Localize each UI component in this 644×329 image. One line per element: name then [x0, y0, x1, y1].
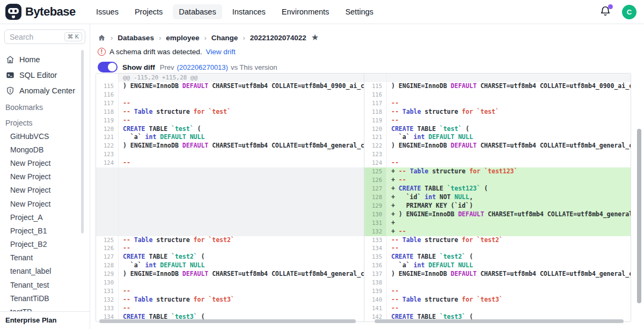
diff-code-line: [387, 279, 631, 287]
diff-line-number: 129: [364, 202, 387, 210]
diff-row: 122) ENGINE=InnoDB DEFAULT CHARSET=utf8m…: [96, 142, 631, 150]
sidebar-item-home[interactable]: Home: [0, 52, 90, 67]
breadcrumb-item[interactable]: 20221202074022: [250, 34, 306, 42]
sidebar-project-item[interactable]: New Project: [0, 197, 90, 210]
sidebar-project-item[interactable]: Project_B2: [0, 238, 90, 251]
nav-item-instances[interactable]: Instances: [226, 4, 272, 19]
diff-code-line: --: [119, 287, 364, 296]
diff-row: 123123: [96, 150, 631, 159]
diff-code-line: --: [119, 244, 364, 253]
sidebar-project-item[interactable]: Project_A: [0, 210, 90, 224]
diff-code-line: [119, 210, 364, 219]
nav-item-settings[interactable]: Settings: [339, 4, 379, 19]
diff-left-side: [96, 228, 364, 236]
sidebar-project-item[interactable]: New Project: [0, 184, 90, 197]
sidebar-section-bookmarks[interactable]: Bookmarks: [0, 98, 90, 114]
diff-left-side: 118-- Table structure for `test`: [96, 108, 364, 116]
diff-line-number: 117: [96, 99, 119, 108]
sidebar-project-item[interactable]: Project_B1: [0, 224, 90, 237]
diff-line-number: 127: [364, 185, 387, 193]
top-navbar: Bytebase IssuesProjectsDatabasesInstance…: [0, 0, 644, 24]
diff-row: 118-- Table structure for `test`118-- Ta…: [96, 108, 631, 116]
diff-code-line: --: [119, 304, 364, 313]
schema-drift-banner: ! A schema drift was detected. View drif…: [90, 42, 644, 56]
sidebar-project-item[interactable]: MongoDB: [0, 143, 90, 156]
diff-line-number: 132: [364, 228, 387, 236]
diff-code-line: CREATE TABLE `test2` (: [387, 253, 631, 261]
prev-version-link[interactable]: (202206270013): [177, 63, 228, 71]
diff-right-side: 140-- Table structure for `test3`: [364, 296, 631, 304]
diff-left-side: 117--: [96, 99, 364, 108]
sidebar-scrollbar[interactable]: [81, 50, 84, 233]
sidebar-item-anomaly-center[interactable]: Anomaly Center: [0, 83, 90, 98]
brand[interactable]: Bytebase: [5, 4, 90, 20]
diff-left-side: 122) ENGINE=InnoDB DEFAULT CHARSET=utf8m…: [96, 142, 364, 150]
diff-line-number: 128: [364, 193, 387, 202]
diff-left-horizontal-scrollbar[interactable]: [99, 319, 356, 323]
sidebar-item-sql-editor[interactable]: SQL Editor: [0, 67, 90, 83]
nav-item-environments[interactable]: Environments: [276, 4, 335, 19]
diff-code-line: [119, 176, 364, 185]
diff-code-line: [119, 91, 364, 99]
diff-right-side: 139--: [364, 287, 631, 296]
diff-line-number: 122: [96, 142, 119, 150]
diff-row: 131--139--: [96, 287, 631, 296]
diff-code-line: + --: [387, 228, 631, 236]
breadcrumb-item[interactable]: Change: [211, 34, 238, 42]
sidebar-project-item[interactable]: tenant_label: [0, 265, 90, 278]
diff-right-side: 119--: [364, 116, 631, 125]
diff-right-horizontal-scrollbar[interactable]: [375, 319, 624, 323]
breadcrumb-item[interactable]: Databases: [118, 34, 154, 42]
breadcrumb-item[interactable]: employee: [166, 34, 199, 42]
sidebar-section-projects[interactable]: Projects: [0, 114, 90, 129]
diff-code-line: CREATE TABLE `test` (: [387, 125, 631, 134]
diff-code-line: --: [119, 99, 364, 108]
diff-line-number: 119: [96, 116, 119, 125]
diff-code-line: `a` int DEFAULT NULL: [387, 133, 631, 142]
diff-right-side: 134--: [364, 244, 631, 253]
favorite-star-icon[interactable]: ★: [311, 33, 319, 42]
avatar[interactable]: C: [622, 5, 636, 19]
diff-code-line: --: [387, 159, 631, 167]
diff-code-line: [119, 193, 364, 202]
main-vertical-scrollbar[interactable]: [637, 129, 641, 303]
sidebar-project-item[interactable]: GitHubVCS: [0, 129, 90, 143]
diff-row: 132-- Table structure for `test3`140-- T…: [96, 296, 631, 304]
prev-label: Prev: [160, 63, 174, 71]
diff-row: 124--124--: [96, 159, 631, 167]
search-input[interactable]: Search ⌘ K: [4, 30, 85, 44]
breadcrumb-home-icon[interactable]: [98, 34, 106, 42]
sidebar-item-label: SQL Editor: [19, 71, 57, 79]
diff-code-line: -- Table structure for `test`: [119, 108, 364, 116]
show-diff-toggle[interactable]: [98, 62, 118, 72]
diff-row: @@ -115,20 +115,28 @@: [96, 74, 631, 82]
diff-line-number: [96, 167, 119, 176]
sidebar-project-item[interactable]: New Project: [0, 156, 90, 170]
diff-code-line: ) ENGINE=InnoDB DEFAULT CHARSET=utf8mb4 …: [119, 142, 364, 150]
diff-right-side: 123: [364, 150, 631, 159]
view-drift-link[interactable]: View drift: [206, 48, 236, 56]
diff-left-side: 123: [96, 150, 364, 159]
diff-row: 125+ -- Table structure for `test123`: [96, 167, 631, 176]
notifications-button[interactable]: [599, 5, 612, 18]
nav-item-databases[interactable]: Databases: [173, 4, 222, 19]
diff-code-line: [119, 228, 364, 236]
diff-left-side: 129) ENGINE=InnoDB DEFAULT CHARSET=utf8m…: [96, 270, 364, 279]
sidebar-project-item[interactable]: Tenant: [0, 251, 90, 265]
sidebar-project-item[interactable]: Tenant_test: [0, 278, 90, 291]
sidebar-project-item[interactable]: New Project: [0, 170, 90, 184]
diff-line-number: 130: [96, 279, 119, 287]
schema-diff-viewer: @@ -115,20 +115,28 @@115) ENGINE=InnoDB …: [96, 73, 631, 322]
diff-hunk-header: @@ -115,20 +115,28 @@: [119, 74, 364, 82]
nav-item-projects[interactable]: Projects: [129, 4, 169, 19]
diff-line-number: 124: [364, 159, 387, 167]
diff-line-number: 129: [96, 270, 119, 279]
diff-right-side: 122) ENGINE=InnoDB DEFAULT CHARSET=utf8m…: [364, 142, 631, 150]
diff-code-line: [387, 91, 631, 99]
nav-item-issues[interactable]: Issues: [90, 4, 125, 19]
diff-right-side: 127+ CREATE TABLE `test123` (: [364, 185, 631, 193]
diff-line-number: 126: [364, 176, 387, 185]
sidebar-project-item[interactable]: TenantTiDB: [0, 291, 90, 305]
diff-row: 128+ `id` int NOT NULL,: [96, 193, 631, 202]
diff-left-side: 127CREATE TABLE `test2` (: [96, 253, 364, 261]
